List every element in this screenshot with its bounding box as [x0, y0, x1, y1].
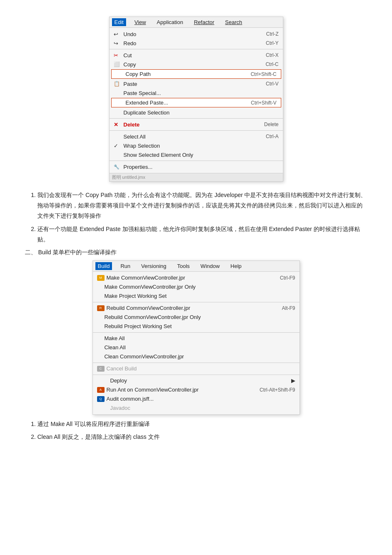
- menu-item-delete[interactable]: ✕ Delete Delete: [110, 120, 283, 129]
- menu-item-redo[interactable]: ↪ Redo Ctrl-Y: [110, 39, 283, 48]
- menu-item-make-working-set[interactable]: Make Project Working Set: [93, 292, 299, 301]
- section2-header: 二、 Build 菜单栏中的一些编译操作: [25, 249, 367, 256]
- menu-bar-item-view[interactable]: View: [132, 18, 149, 26]
- menu-item-duplicate[interactable]: Duplicate Selection: [110, 108, 283, 117]
- menu-item-extended-paste[interactable]: Extended Paste... Ctrl+Shift-V: [111, 98, 281, 107]
- edit-menu-container: Edit View Application Refactor Search ↩ …: [109, 17, 283, 182]
- cut-shortcut: Ctrl-X: [266, 52, 279, 58]
- description-section-1: 我们会发现有一个 Copy Path 功能，为什么会有这个功能呢。因为在 Jde…: [25, 190, 367, 245]
- menu-item-clean-all[interactable]: Clean All: [93, 343, 299, 352]
- menu-item-make-all[interactable]: Make All: [93, 334, 299, 343]
- redo-shortcut: Ctrl-Y: [266, 40, 279, 46]
- menu-item-javadoc[interactable]: Javadoc: [93, 404, 299, 413]
- audit-icon: Q: [97, 396, 105, 402]
- deploy-arrow-icon: ▶: [291, 377, 295, 384]
- paste-special-label: Paste Special...: [124, 90, 279, 96]
- build-separator-2: [93, 332, 299, 333]
- edit-menu-bar: Edit View Application Refactor Search: [110, 17, 283, 28]
- run-ant-icon: A: [97, 387, 105, 393]
- properties-label: Properties...: [124, 164, 279, 170]
- menu-item-paste[interactable]: 📋 Paste Ctrl-V: [110, 79, 283, 88]
- desc2-item-2: Clean All 则反之，是清除上次编译的 class 文件: [37, 432, 367, 442]
- menu-item-clean-controller[interactable]: Clean CommonViewController.jpr: [93, 352, 299, 361]
- select-all-shortcut: Ctrl-A: [266, 134, 279, 139]
- menu-item-rebuild[interactable]: R Rebuild CommonViewController.jpr Alt-F…: [93, 304, 299, 313]
- paste-shortcut: Ctrl-V: [266, 81, 279, 87]
- copy-icon: ⬜: [114, 61, 122, 67]
- menu-bar-item-search[interactable]: Search: [223, 18, 245, 26]
- menu-item-deploy[interactable]: Deploy ▶: [93, 376, 299, 385]
- build-menu-items: M Make CommonViewController.jpr Ctrl-F9 …: [93, 272, 299, 414]
- cut-icon: ✂: [114, 52, 122, 58]
- build-menu-bar-item-versioning[interactable]: Versioning: [139, 262, 169, 270]
- menu-bar-item-edit[interactable]: Edit: [112, 18, 126, 26]
- build-menu-container: Build Run Versioning Tools Window Help M…: [93, 260, 300, 415]
- menu-item-undo[interactable]: ↩ Undo Ctrl-Z: [110, 29, 283, 39]
- delete-shortcut: Delete: [264, 122, 279, 127]
- menu-item-paste-special[interactable]: Paste Special...: [110, 88, 283, 97]
- build-menu-bar-item-run[interactable]: Run: [118, 262, 133, 270]
- cancel-build-label: Cancel Build: [107, 365, 295, 372]
- undo-label: Undo: [124, 31, 258, 37]
- copy-path-label: Copy Path: [126, 71, 243, 77]
- menu-item-copy-path[interactable]: Copy Path Ctrl+Shift-C: [111, 69, 281, 79]
- rebuild-shortcut: Alt-F9: [282, 305, 295, 311]
- build-menu-bar-item-window[interactable]: Window: [198, 262, 222, 270]
- copy-path-shortcut: Ctrl+Shift-C: [251, 71, 276, 77]
- separator-3: [110, 130, 283, 131]
- rebuild-working-set-label: Rebuild Project Working Set: [105, 323, 295, 329]
- make-working-set-label: Make Project Working Set: [105, 293, 295, 299]
- wrap-selection-label: Wrap Selection: [124, 143, 279, 149]
- menu-item-properties[interactable]: 🔧 Properties...: [110, 162, 283, 171]
- redo-label: Redo: [124, 40, 258, 46]
- extended-paste-label: Extended Paste...: [126, 100, 243, 106]
- cancel-build-icon: C: [97, 366, 105, 372]
- separator-2: [110, 118, 283, 119]
- rebuild-only-label: Rebuild CommonViewController.jpr Only: [105, 314, 295, 320]
- cut-label: Cut: [124, 52, 258, 58]
- menu-item-cut[interactable]: ✂ Cut Ctrl-X: [110, 51, 283, 60]
- separator-4: [110, 161, 283, 161]
- rebuild-icon: R: [97, 305, 105, 311]
- menu-item-show-selected[interactable]: Show Selected Element Only: [110, 150, 283, 159]
- menu-bar-item-refactor[interactable]: Refactor: [191, 18, 217, 26]
- paste-icon: 📋: [114, 81, 122, 87]
- menu-item-run-ant[interactable]: A Run Ant on CommonViewController.jpr Ct…: [93, 385, 299, 394]
- separator-1: [110, 49, 283, 49]
- menu-item-rebuild-only[interactable]: Rebuild CommonViewController.jpr Only: [93, 313, 299, 322]
- menu-item-make[interactable]: M Make CommonViewController.jpr Ctrl-F9: [93, 273, 299, 282]
- audit-label: Audit common.jsff...: [107, 396, 295, 402]
- menu-item-cancel-build[interactable]: C Cancel Build: [93, 364, 299, 373]
- menu-bar-item-application[interactable]: Application: [154, 18, 186, 26]
- copy-shortcut: Ctrl-C: [265, 61, 278, 67]
- menu-item-copy[interactable]: ⬜ Copy Ctrl-C: [110, 60, 283, 69]
- menu-item-rebuild-working-set[interactable]: Rebuild Project Working Set: [93, 322, 299, 331]
- menu-item-wrap-selection[interactable]: ✓ Wrap Selection: [110, 141, 283, 150]
- build-menu-bar-item-build[interactable]: Build: [95, 262, 112, 270]
- javadoc-label: Javadoc: [110, 405, 295, 411]
- section2-title: 二、 Build 菜单栏中的一些编译操作: [25, 249, 117, 256]
- clean-controller-label: Clean CommonViewController.jpr: [105, 353, 295, 360]
- build-separator-4: [93, 375, 299, 375]
- description-section-2: 通过 Make All 可以将应用程序进行重新编译 Clean All 则反之，…: [25, 419, 367, 442]
- clean-all-label: Clean All: [105, 344, 295, 351]
- make-label: Make CommonViewController.jpr: [107, 275, 272, 281]
- paste-label: Paste: [124, 81, 258, 87]
- undo-icon: ↩: [114, 31, 122, 37]
- menu-item-audit[interactable]: Q Audit common.jsff...: [93, 394, 299, 404]
- make-all-label: Make All: [105, 335, 295, 341]
- menu-item-make-only[interactable]: Make CommonViewController.jpr Only: [93, 282, 299, 292]
- duplicate-label: Duplicate Selection: [124, 110, 279, 116]
- copy-label: Copy: [124, 61, 258, 68]
- properties-icon: 🔧: [114, 164, 122, 170]
- menu-item-select-all[interactable]: Select All Ctrl-A: [110, 132, 283, 141]
- build-menu-bar-item-help[interactable]: Help: [228, 262, 244, 270]
- rebuild-label: Rebuild CommonViewController.jpr: [107, 305, 274, 311]
- deploy-label: Deploy: [110, 377, 291, 384]
- extended-paste-shortcut: Ctrl+Shift-V: [251, 100, 277, 106]
- build-menu-bar-item-tools[interactable]: Tools: [175, 262, 192, 270]
- build-separator-3: [93, 363, 299, 363]
- desc2-item-1: 通过 Make All 可以将应用程序进行重新编译: [37, 419, 367, 429]
- make-icon: M: [97, 275, 105, 281]
- wrap-check-icon: ✓: [114, 143, 122, 149]
